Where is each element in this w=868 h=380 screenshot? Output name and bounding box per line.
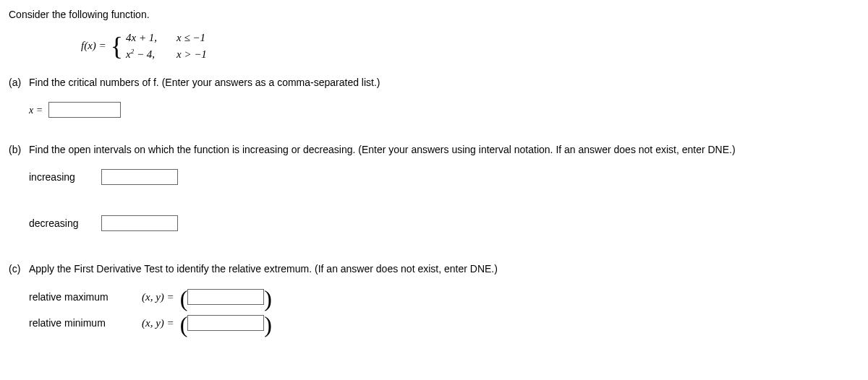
intro-text: Consider the following function. (9, 7, 859, 22)
relmax-label: relative maximum (29, 290, 130, 305)
decreasing-label: decreasing (29, 216, 101, 231)
relmin-label: relative minimum (29, 316, 130, 331)
piece1-expr: 4x + 1, (126, 30, 169, 46)
increasing-label: increasing (29, 170, 101, 185)
x-equals-label: x = (29, 103, 43, 118)
piecewise-function: f(x) = { 4x + 1, x ≤ −1 x2 − 4, x > −1 (81, 30, 859, 62)
part-a-prompt: Find the critical numbers of f. (Enter y… (29, 75, 859, 90)
part-c: (c) Apply the First Derivative Test to i… (9, 262, 859, 340)
part-a: (a) Find the critical numbers of f. (Ent… (9, 75, 859, 138)
function-lhs: f(x) = (81, 38, 106, 54)
part-b-prompt: Find the open intervals on which the fun… (29, 142, 859, 157)
piece1-cond: x ≤ −1 (176, 30, 205, 46)
piece2-expr: x2 − 4, (126, 46, 169, 63)
brace-icon: { (111, 33, 123, 59)
part-a-label: (a) (9, 75, 29, 138)
piece2-post: − 4, (134, 48, 155, 60)
rparen-icon: ) (264, 290, 272, 307)
piece2-pre: x (126, 48, 131, 60)
critical-numbers-input[interactable] (48, 102, 121, 118)
lparen-icon: ( (180, 290, 188, 307)
piece2-cond: x > −1 (176, 46, 207, 63)
lparen-icon: ( (180, 316, 188, 333)
part-c-prompt: Apply the First Derivative Test to ident… (29, 262, 859, 277)
part-c-label: (c) (9, 262, 29, 340)
rparen-icon: ) (264, 316, 272, 333)
part-b: (b) Find the open intervals on which the… (9, 142, 859, 240)
part-a-prompt-text: Find the critical numbers of f. (Enter y… (29, 77, 380, 88)
decreasing-input[interactable] (101, 215, 178, 231)
relmin-input[interactable] (187, 315, 264, 331)
xy-label-min: (x, y) = (142, 315, 174, 332)
xy-label-max: (x, y) = (142, 289, 174, 306)
part-b-label: (b) (9, 142, 29, 240)
increasing-input[interactable] (101, 169, 178, 185)
relmax-input[interactable] (187, 289, 264, 305)
